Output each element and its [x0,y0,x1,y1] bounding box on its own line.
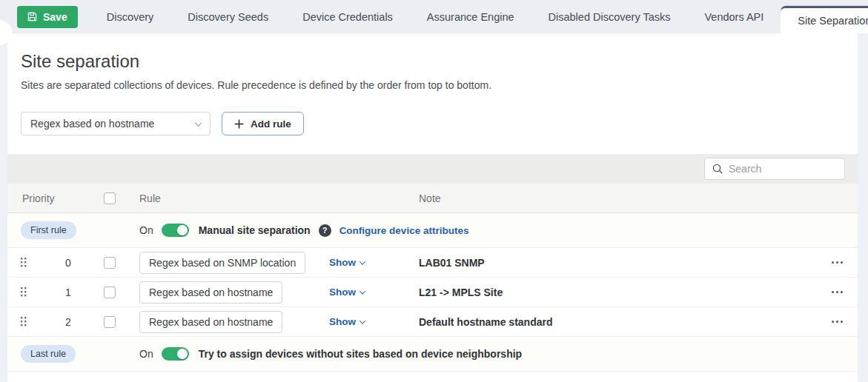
drag-handle-icon[interactable] [21,258,27,267]
header-rule: Rule [123,192,322,204]
tab-discovery[interactable]: Discovery [90,0,171,33]
last-rule-row: Last rule On Try to assign devices witho… [7,337,858,372]
configure-device-attributes-link[interactable]: Configure device attributes [339,225,469,236]
rule-note: L21 -> MPLS Site [411,286,816,298]
rule-type-select[interactable]: Regex based on hostname [21,112,211,135]
ellipsis-icon [832,261,834,264]
row-checkbox[interactable] [104,286,116,298]
show-link[interactable]: Show [322,316,411,327]
ellipsis-icon [832,291,834,293]
table-row: 2 Regex based on hostname Show Default h… [7,307,858,337]
tab-vendors-api[interactable]: Vendors API [687,0,781,33]
show-link[interactable]: Show [322,257,411,268]
rule-note: Default hostname standard [411,316,816,328]
header-priority: Priority [7,192,96,204]
tab-site-separation[interactable]: Site Separation [781,6,868,33]
last-rule-label: Try to assign devices without sites base… [199,348,522,360]
row-menu-button[interactable] [827,286,847,298]
add-rule-button[interactable]: Add rule [222,112,304,135]
chevron-down-icon [360,288,365,294]
priority-value: 2 [65,316,71,328]
chevron-down-icon [360,318,365,324]
table-row: 1 Regex based on hostname Show L21 -> MP… [7,278,858,307]
rule-controls: Regex based on hostname Add rule [21,112,858,135]
content-panel: Site separation Sites are separated coll… [7,33,858,382]
page-title: Site separation [21,51,858,72]
search-box[interactable] [704,158,845,180]
rules-table: Priority Rule Note First rule On Manual … [7,154,858,372]
add-rule-label: Add rule [251,118,291,130]
rule-note: LAB01 SNMP [411,257,816,269]
rule-type-selected-value: Regex based on hostname [30,118,154,130]
save-button[interactable]: Save [17,6,78,28]
help-icon[interactable]: ? [319,224,331,237]
top-tab-bar: Save Discovery Discovery Seeds Device Cr… [0,0,868,33]
first-rule-toggle[interactable] [162,224,189,237]
tab-device-credentials[interactable]: Device Credentials [285,0,410,33]
row-menu-button[interactable] [827,257,847,268]
row-checkbox[interactable] [104,257,116,269]
row-menu-button[interactable] [827,316,847,327]
first-rule-label: Manual site separation [199,224,311,236]
rule-type-box[interactable]: Regex based on hostname [139,281,282,304]
table-toolbar [7,154,858,184]
show-link[interactable]: Show [322,286,411,298]
rule-type-box[interactable]: Regex based on hostname [139,311,282,333]
page-subtitle: Sites are separated collections of devic… [21,79,858,91]
chevron-down-icon [195,119,202,127]
first-rule-badge: First rule [21,221,76,239]
search-icon [712,164,723,174]
first-rule-row: First rule On Manual site separation ? C… [7,213,858,248]
header-note: Note [411,192,816,204]
drag-handle-icon[interactable] [21,287,27,297]
priority-value: 0 [65,257,71,269]
rule-type-box[interactable]: Regex based on SNMP location [139,252,305,274]
drag-handle-icon[interactable] [21,317,27,326]
row-checkbox[interactable] [104,316,116,328]
select-all-checkbox[interactable] [104,192,116,204]
search-input[interactable] [729,163,863,175]
last-rule-toggle-state: On [139,348,153,360]
save-icon [27,12,37,21]
chevron-down-icon [360,258,365,264]
ellipsis-icon [832,321,834,323]
table-header-row: Priority Rule Note [7,184,858,213]
tab-disabled-discovery-tasks[interactable]: Disabled Discovery Tasks [531,0,688,33]
last-rule-toggle[interactable] [162,347,189,361]
table-row: 0 Regex based on SNMP location Show LAB0… [7,248,858,278]
plus-icon [234,119,244,129]
save-button-label: Save [43,11,67,23]
last-rule-badge: Last rule [21,345,76,363]
first-rule-toggle-state: On [139,224,153,236]
tab-assurance-engine[interactable]: Assurance Engine [410,0,531,33]
tabs: Discovery Discovery Seeds Device Credent… [90,0,868,33]
priority-value: 1 [65,286,71,298]
tab-discovery-seeds[interactable]: Discovery Seeds [170,0,285,33]
